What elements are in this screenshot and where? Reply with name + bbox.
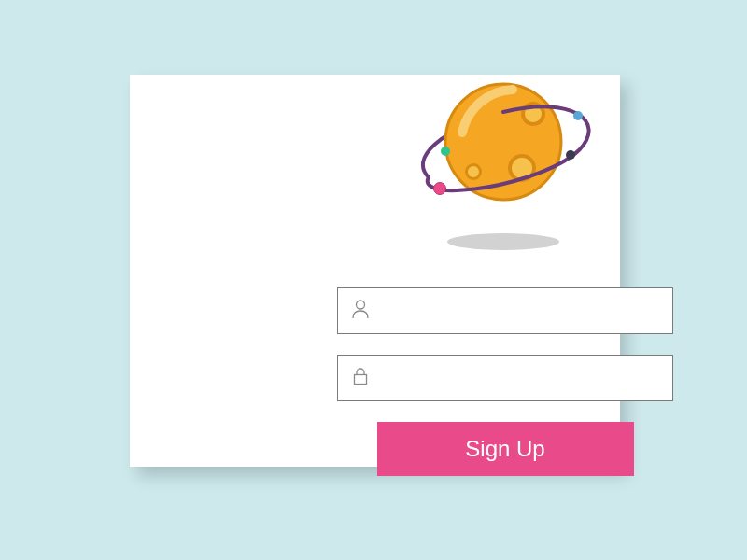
username-field[interactable] [337, 287, 673, 334]
user-icon [351, 299, 370, 323]
planet-icon [401, 67, 606, 254]
svg-point-8 [573, 111, 583, 120]
svg-point-2 [525, 105, 542, 122]
svg-point-6 [468, 166, 479, 177]
password-field[interactable] [337, 355, 673, 401]
signup-button[interactable]: Sign Up [377, 422, 634, 476]
svg-point-7 [441, 147, 450, 156]
username-input[interactable] [370, 288, 672, 333]
svg-point-1 [521, 102, 545, 126]
svg-point-5 [465, 163, 482, 180]
signup-form: Sign Up [337, 287, 673, 476]
svg-point-0 [445, 84, 561, 200]
planet-shadow [447, 233, 559, 250]
svg-rect-12 [355, 375, 367, 385]
svg-point-4 [512, 158, 532, 178]
svg-point-11 [357, 301, 365, 309]
lock-icon [351, 366, 370, 390]
password-input[interactable] [370, 356, 672, 400]
signup-card: Sign Up [130, 75, 620, 467]
svg-point-10 [434, 183, 446, 195]
svg-point-9 [566, 150, 575, 160]
svg-point-3 [508, 154, 536, 182]
